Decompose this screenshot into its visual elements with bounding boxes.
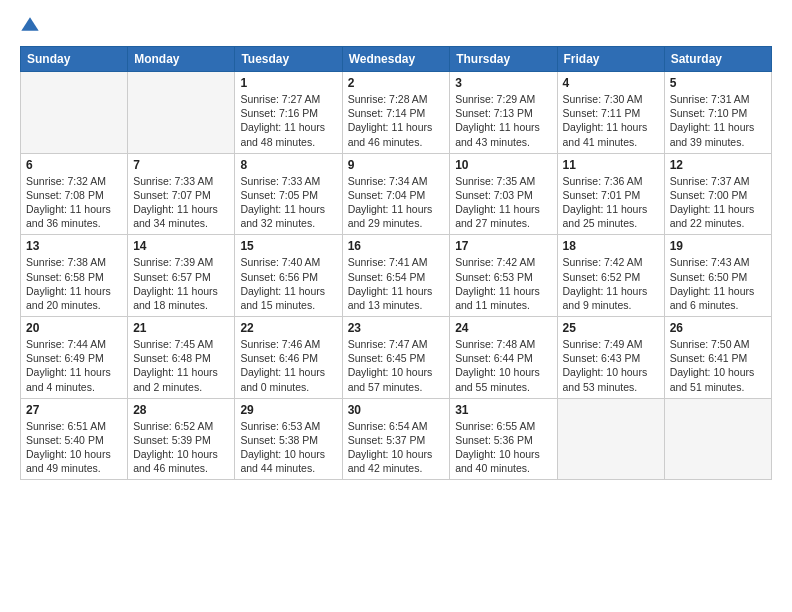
calendar-cell: 5Sunrise: 7:31 AM Sunset: 7:10 PM Daylig… <box>664 72 771 154</box>
day-number: 11 <box>563 158 659 172</box>
weekday-header: Friday <box>557 47 664 72</box>
day-number: 6 <box>26 158 122 172</box>
day-info: Sunrise: 6:51 AM Sunset: 5:40 PM Dayligh… <box>26 419 122 476</box>
calendar-cell: 14Sunrise: 7:39 AM Sunset: 6:57 PM Dayli… <box>128 235 235 317</box>
weekday-header: Saturday <box>664 47 771 72</box>
day-number: 15 <box>240 239 336 253</box>
day-number: 24 <box>455 321 551 335</box>
day-number: 7 <box>133 158 229 172</box>
day-info: Sunrise: 7:39 AM Sunset: 6:57 PM Dayligh… <box>133 255 229 312</box>
day-info: Sunrise: 7:42 AM Sunset: 6:52 PM Dayligh… <box>563 255 659 312</box>
day-info: Sunrise: 7:41 AM Sunset: 6:54 PM Dayligh… <box>348 255 445 312</box>
day-number: 12 <box>670 158 766 172</box>
day-info: Sunrise: 7:49 AM Sunset: 6:43 PM Dayligh… <box>563 337 659 394</box>
calendar-cell: 11Sunrise: 7:36 AM Sunset: 7:01 PM Dayli… <box>557 153 664 235</box>
day-number: 30 <box>348 403 445 417</box>
calendar-cell: 22Sunrise: 7:46 AM Sunset: 6:46 PM Dayli… <box>235 317 342 399</box>
day-number: 8 <box>240 158 336 172</box>
calendar-cell: 17Sunrise: 7:42 AM Sunset: 6:53 PM Dayli… <box>450 235 557 317</box>
day-info: Sunrise: 7:38 AM Sunset: 6:58 PM Dayligh… <box>26 255 122 312</box>
calendar-table: SundayMondayTuesdayWednesdayThursdayFrid… <box>20 46 772 480</box>
calendar-cell: 19Sunrise: 7:43 AM Sunset: 6:50 PM Dayli… <box>664 235 771 317</box>
day-info: Sunrise: 6:52 AM Sunset: 5:39 PM Dayligh… <box>133 419 229 476</box>
day-number: 10 <box>455 158 551 172</box>
calendar-header: SundayMondayTuesdayWednesdayThursdayFrid… <box>21 47 772 72</box>
day-info: Sunrise: 7:36 AM Sunset: 7:01 PM Dayligh… <box>563 174 659 231</box>
calendar-body: 1Sunrise: 7:27 AM Sunset: 7:16 PM Daylig… <box>21 72 772 480</box>
day-number: 18 <box>563 239 659 253</box>
calendar-cell: 24Sunrise: 7:48 AM Sunset: 6:44 PM Dayli… <box>450 317 557 399</box>
day-number: 4 <box>563 76 659 90</box>
calendar-cell <box>557 398 664 480</box>
calendar-cell: 30Sunrise: 6:54 AM Sunset: 5:37 PM Dayli… <box>342 398 450 480</box>
day-number: 14 <box>133 239 229 253</box>
day-info: Sunrise: 7:46 AM Sunset: 6:46 PM Dayligh… <box>240 337 336 394</box>
day-number: 3 <box>455 76 551 90</box>
calendar-cell: 31Sunrise: 6:55 AM Sunset: 5:36 PM Dayli… <box>450 398 557 480</box>
day-number: 13 <box>26 239 122 253</box>
day-info: Sunrise: 7:42 AM Sunset: 6:53 PM Dayligh… <box>455 255 551 312</box>
calendar-week-row: 27Sunrise: 6:51 AM Sunset: 5:40 PM Dayli… <box>21 398 772 480</box>
day-number: 21 <box>133 321 229 335</box>
calendar-cell: 15Sunrise: 7:40 AM Sunset: 6:56 PM Dayli… <box>235 235 342 317</box>
calendar-cell: 27Sunrise: 6:51 AM Sunset: 5:40 PM Dayli… <box>21 398 128 480</box>
day-number: 2 <box>348 76 445 90</box>
calendar-cell: 9Sunrise: 7:34 AM Sunset: 7:04 PM Daylig… <box>342 153 450 235</box>
calendar-cell: 18Sunrise: 7:42 AM Sunset: 6:52 PM Dayli… <box>557 235 664 317</box>
weekday-header: Sunday <box>21 47 128 72</box>
weekday-header: Tuesday <box>235 47 342 72</box>
calendar-cell: 25Sunrise: 7:49 AM Sunset: 6:43 PM Dayli… <box>557 317 664 399</box>
day-info: Sunrise: 6:53 AM Sunset: 5:38 PM Dayligh… <box>240 419 336 476</box>
header <box>20 16 772 36</box>
day-number: 17 <box>455 239 551 253</box>
day-info: Sunrise: 7:34 AM Sunset: 7:04 PM Dayligh… <box>348 174 445 231</box>
weekday-header: Wednesday <box>342 47 450 72</box>
calendar-cell: 4Sunrise: 7:30 AM Sunset: 7:11 PM Daylig… <box>557 72 664 154</box>
weekday-row: SundayMondayTuesdayWednesdayThursdayFrid… <box>21 47 772 72</box>
calendar-cell: 26Sunrise: 7:50 AM Sunset: 6:41 PM Dayli… <box>664 317 771 399</box>
calendar-cell: 29Sunrise: 6:53 AM Sunset: 5:38 PM Dayli… <box>235 398 342 480</box>
day-info: Sunrise: 7:31 AM Sunset: 7:10 PM Dayligh… <box>670 92 766 149</box>
calendar-cell: 23Sunrise: 7:47 AM Sunset: 6:45 PM Dayli… <box>342 317 450 399</box>
weekday-header: Thursday <box>450 47 557 72</box>
calendar-week-row: 20Sunrise: 7:44 AM Sunset: 6:49 PM Dayli… <box>21 317 772 399</box>
calendar-week-row: 13Sunrise: 7:38 AM Sunset: 6:58 PM Dayli… <box>21 235 772 317</box>
day-number: 20 <box>26 321 122 335</box>
day-info: Sunrise: 7:27 AM Sunset: 7:16 PM Dayligh… <box>240 92 336 149</box>
day-info: Sunrise: 6:54 AM Sunset: 5:37 PM Dayligh… <box>348 419 445 476</box>
calendar-week-row: 6Sunrise: 7:32 AM Sunset: 7:08 PM Daylig… <box>21 153 772 235</box>
day-number: 31 <box>455 403 551 417</box>
day-info: Sunrise: 7:28 AM Sunset: 7:14 PM Dayligh… <box>348 92 445 149</box>
day-info: Sunrise: 7:33 AM Sunset: 7:07 PM Dayligh… <box>133 174 229 231</box>
day-info: Sunrise: 7:33 AM Sunset: 7:05 PM Dayligh… <box>240 174 336 231</box>
day-info: Sunrise: 7:29 AM Sunset: 7:13 PM Dayligh… <box>455 92 551 149</box>
day-number: 9 <box>348 158 445 172</box>
calendar-cell: 3Sunrise: 7:29 AM Sunset: 7:13 PM Daylig… <box>450 72 557 154</box>
day-number: 23 <box>348 321 445 335</box>
calendar-cell: 28Sunrise: 6:52 AM Sunset: 5:39 PM Dayli… <box>128 398 235 480</box>
day-number: 19 <box>670 239 766 253</box>
day-number: 27 <box>26 403 122 417</box>
day-number: 5 <box>670 76 766 90</box>
calendar-cell <box>128 72 235 154</box>
day-info: Sunrise: 7:35 AM Sunset: 7:03 PM Dayligh… <box>455 174 551 231</box>
calendar-cell: 12Sunrise: 7:37 AM Sunset: 7:00 PM Dayli… <box>664 153 771 235</box>
calendar-cell: 10Sunrise: 7:35 AM Sunset: 7:03 PM Dayli… <box>450 153 557 235</box>
calendar-cell: 2Sunrise: 7:28 AM Sunset: 7:14 PM Daylig… <box>342 72 450 154</box>
calendar-cell: 1Sunrise: 7:27 AM Sunset: 7:16 PM Daylig… <box>235 72 342 154</box>
day-number: 25 <box>563 321 659 335</box>
calendar-cell: 6Sunrise: 7:32 AM Sunset: 7:08 PM Daylig… <box>21 153 128 235</box>
calendar-cell: 20Sunrise: 7:44 AM Sunset: 6:49 PM Dayli… <box>21 317 128 399</box>
day-info: Sunrise: 7:45 AM Sunset: 6:48 PM Dayligh… <box>133 337 229 394</box>
calendar-cell <box>664 398 771 480</box>
day-info: Sunrise: 7:30 AM Sunset: 7:11 PM Dayligh… <box>563 92 659 149</box>
day-number: 16 <box>348 239 445 253</box>
day-info: Sunrise: 7:47 AM Sunset: 6:45 PM Dayligh… <box>348 337 445 394</box>
calendar-cell: 13Sunrise: 7:38 AM Sunset: 6:58 PM Dayli… <box>21 235 128 317</box>
day-number: 29 <box>240 403 336 417</box>
calendar-cell: 16Sunrise: 7:41 AM Sunset: 6:54 PM Dayli… <box>342 235 450 317</box>
svg-marker-0 <box>21 17 38 30</box>
day-info: Sunrise: 7:43 AM Sunset: 6:50 PM Dayligh… <box>670 255 766 312</box>
day-info: Sunrise: 7:40 AM Sunset: 6:56 PM Dayligh… <box>240 255 336 312</box>
day-number: 22 <box>240 321 336 335</box>
